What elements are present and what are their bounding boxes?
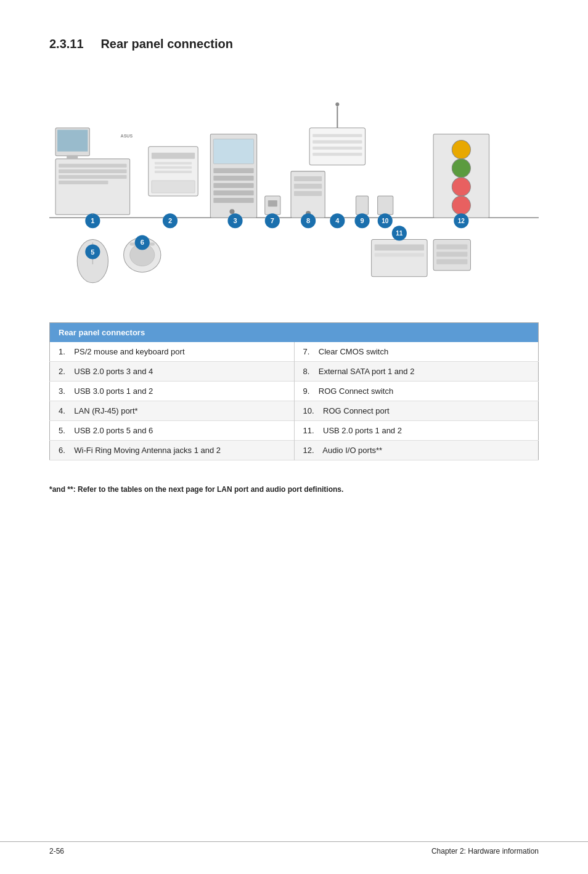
row-num-right: 10. — [303, 406, 314, 415]
row-label-right: ROG Connect switch — [319, 386, 393, 396]
svg-rect-60 — [294, 184, 322, 189]
row-label-right: Audio I/O ports** — [322, 446, 382, 455]
note-text: *and **: Refer to the tables on the next… — [49, 485, 539, 494]
table-heading: Rear panel connectors — [50, 323, 539, 343]
svg-text:4: 4 — [335, 217, 340, 224]
row-label-left: USB 2.0 ports 3 and 4 — [74, 367, 153, 376]
table-cell-right: 7. Clear CMOS switch — [294, 342, 539, 362]
svg-text:3: 3 — [233, 217, 237, 224]
svg-point-40 — [452, 159, 470, 178]
svg-rect-3 — [59, 169, 127, 173]
svg-text:12: 12 — [458, 218, 465, 224]
table-row: 5. USB 2.0 ports 5 and 6 11. USB 2.0 por… — [50, 421, 539, 441]
svg-rect-33 — [312, 141, 362, 144]
svg-point-31 — [335, 102, 339, 106]
svg-point-42 — [452, 196, 470, 214]
section-title: 2.3.11 Rear panel connection — [49, 37, 539, 51]
table-row: 4. LAN (RJ-45) port* 10. ROG Connect por… — [50, 401, 539, 421]
svg-rect-16 — [152, 181, 195, 193]
row-num-right: 9. — [303, 386, 310, 396]
table-cell-right: 12. Audio I/O ports** — [294, 441, 539, 460]
svg-point-26 — [229, 209, 234, 214]
row-label-left: Wi-Fi Ring Moving Antenna jacks 1 and 2 — [74, 446, 221, 455]
svg-rect-79 — [436, 259, 467, 264]
row-num-right: 7. — [303, 347, 310, 356]
row-label-left: PS/2 mouse and keyboard port — [74, 347, 184, 356]
svg-point-41 — [452, 178, 470, 196]
svg-rect-25 — [213, 198, 253, 203]
row-label-right: External SATA port 1 and 2 — [319, 367, 415, 376]
row-num-left: 6. — [59, 446, 65, 455]
svg-text:ASUS: ASUS — [121, 134, 133, 138]
svg-rect-7 — [57, 130, 88, 152]
svg-rect-14 — [155, 166, 192, 169]
row-num-left: 1. — [59, 347, 65, 356]
table-row: 6. Wi-Fi Ring Moving Antenna jacks 1 and… — [50, 441, 539, 460]
svg-text:9: 9 — [360, 217, 364, 224]
table-cell-left: 5. USB 2.0 ports 5 and 6 — [50, 421, 295, 441]
row-num-left: 4. — [59, 406, 65, 415]
svg-text:5: 5 — [91, 248, 94, 256]
svg-rect-24 — [213, 190, 253, 195]
row-num-right: 11. — [303, 426, 314, 435]
svg-text:6: 6 — [141, 239, 144, 246]
table-cell-left: 3. USB 3.0 ports 1 and 2 — [50, 382, 295, 401]
svg-text:11: 11 — [396, 230, 403, 237]
svg-rect-23 — [213, 183, 253, 188]
svg-rect-65 — [356, 196, 369, 214]
svg-rect-15 — [155, 171, 192, 173]
svg-rect-73 — [375, 253, 424, 257]
row-num-right: 12. — [303, 446, 314, 455]
row-label-right: USB 2.0 ports 1 and 2 — [323, 426, 402, 435]
svg-rect-12 — [152, 153, 195, 159]
table-row: 1. PS/2 mouse and keyboard port 7. Clear… — [50, 342, 539, 362]
table-cell-left: 2. USB 2.0 ports 3 and 4 — [50, 362, 295, 382]
diagram-area: 1 2 3 — [49, 70, 539, 304]
svg-rect-20 — [213, 139, 253, 164]
svg-rect-8 — [67, 155, 78, 159]
row-num-right: 8. — [303, 367, 310, 376]
svg-rect-78 — [436, 252, 467, 257]
table-row: 2. USB 2.0 ports 3 and 4 8. External SAT… — [50, 362, 539, 382]
row-label-left: LAN (RJ-45) port* — [74, 406, 137, 415]
svg-rect-35 — [312, 153, 362, 156]
row-label-right: Clear CMOS switch — [319, 347, 388, 356]
svg-point-39 — [452, 141, 470, 159]
svg-rect-77 — [436, 244, 467, 249]
svg-rect-4 — [59, 175, 127, 179]
table-cell-right: 11. USB 2.0 ports 1 and 2 — [294, 421, 539, 441]
svg-rect-59 — [294, 176, 322, 181]
svg-text:2: 2 — [168, 217, 172, 224]
svg-rect-21 — [213, 168, 253, 173]
page-footer: 2-56 Chapter 2: Hardware information — [0, 841, 588, 856]
svg-rect-5 — [59, 181, 108, 184]
row-num-left: 5. — [59, 426, 65, 435]
table-cell-left: 1. PS/2 mouse and keyboard port — [50, 342, 295, 362]
table-cell-right: 8. External SATA port 1 and 2 — [294, 362, 539, 382]
svg-text:7: 7 — [271, 217, 274, 224]
svg-rect-68 — [378, 196, 393, 214]
svg-text:8: 8 — [306, 217, 310, 224]
svg-text:10: 10 — [382, 218, 389, 224]
row-label-right: ROG Connect port — [323, 406, 390, 415]
row-num-left: 3. — [59, 386, 65, 396]
footer-right: Chapter 2: Hardware information — [431, 847, 539, 856]
table-cell-left: 4. LAN (RJ-45) port* — [50, 401, 295, 421]
table-cell-right: 10. ROG Connect port — [294, 401, 539, 421]
row-num-left: 2. — [59, 367, 65, 376]
table-cell-left: 6. Wi-Fi Ring Moving Antenna jacks 1 and… — [50, 441, 295, 460]
table-row: 3. USB 3.0 ports 1 and 2 9. ROG Connect … — [50, 382, 539, 401]
title-text: Rear panel connection — [100, 37, 233, 51]
svg-rect-2 — [59, 164, 127, 168]
table-cell-right: 9. ROG Connect switch — [294, 382, 539, 401]
svg-rect-32 — [312, 134, 362, 137]
connectors-table: Rear panel connectors 1. PS/2 mouse and … — [49, 322, 539, 460]
footer-left: 2-56 — [49, 847, 64, 856]
svg-rect-61 — [294, 191, 322, 196]
row-label-left: USB 2.0 ports 5 and 6 — [74, 426, 153, 435]
svg-rect-13 — [155, 162, 192, 165]
svg-rect-22 — [213, 176, 253, 181]
page: 2.3.11 Rear panel connection 1 — [0, 0, 588, 874]
svg-rect-72 — [375, 244, 424, 250]
diagram-svg: 1 2 3 — [49, 70, 539, 304]
